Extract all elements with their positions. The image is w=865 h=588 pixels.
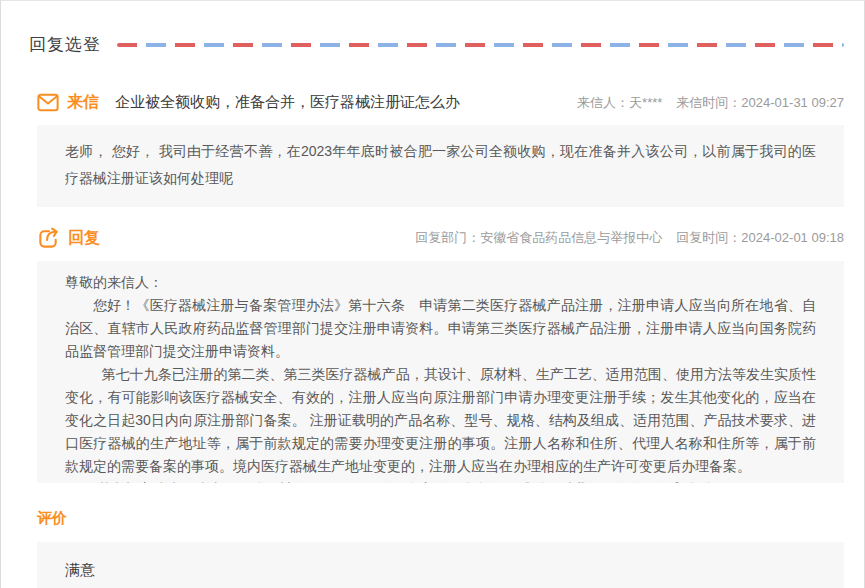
reply-content-box: 尊敬的来信人： 您好！《医疗器械注册与备案管理办法》第十六条 申请第二类医疗器械…	[37, 261, 844, 483]
envelope-icon	[37, 93, 59, 112]
reply-selection-panel: 回复选登 来信 企业被全额收购，准备合并，医疗器械注册证怎么办 来信人：天***…	[0, 0, 865, 588]
reply-paragraph: 若市场主体未发生变化（统一社会信用代码一致）参考第七十九条。感谢您对我们工作的理…	[65, 478, 816, 483]
decorative-dashed-line	[117, 43, 844, 47]
evaluation-content-box: 满意	[37, 542, 844, 588]
reply-department: 安徽省食品药品信息与举报中心	[480, 230, 662, 245]
reply-paragraph: 您好！《医疗器械注册与备案管理办法》第十六条 申请第二类医疗器械产品注册，注册申…	[65, 294, 816, 363]
letter-sender: 天****	[629, 95, 662, 110]
letter-meta: 来信人：天****来信时间：2024-01-31 09:27	[577, 94, 844, 112]
reply-share-icon	[37, 227, 60, 249]
reply-section: 回复 回复部门：安徽省食品药品信息与举报中心回复时间：2024-02-01 09…	[1, 227, 864, 483]
letter-content: 老师， 您好， 我司由于经营不善，在2023年年底时被合肥一家公司全额收购，现在…	[65, 138, 816, 192]
page-title: 回复选登	[29, 33, 101, 56]
reply-meta: 回复部门：安徽省食品药品信息与举报中心回复时间：2024-02-01 09:18	[415, 229, 844, 247]
evaluation-section-label: 评价	[37, 509, 67, 528]
evaluation-section: 评价 满意	[1, 509, 864, 588]
reply-time: 2024-02-01 09:18	[741, 230, 844, 245]
evaluation-value: 满意	[65, 561, 816, 580]
evaluation-section-header: 评价	[37, 509, 844, 528]
reply-section-header: 回复 回复部门：安徽省食品药品信息与举报中心回复时间：2024-02-01 09…	[37, 227, 844, 249]
letter-subject: 企业被全额收购，准备合并，医疗器械注册证怎么办	[115, 93, 460, 112]
reply-department-label: 回复部门：	[415, 230, 480, 245]
reply-paragraph: 第七十九条已注册的第二类、第三类医疗器械产品，其设计、原材料、生产工艺、适用范围…	[65, 363, 816, 478]
letter-section-header: 来信 企业被全额收购，准备合并，医疗器械注册证怎么办 来信人：天****来信时间…	[37, 92, 844, 113]
letter-time-label: 来信时间：	[676, 95, 741, 110]
letter-sender-label: 来信人：	[577, 95, 629, 110]
letter-section: 来信 企业被全额收购，准备合并，医疗器械注册证怎么办 来信人：天****来信时间…	[1, 92, 864, 207]
letter-content-box: 老师， 您好， 我司由于经营不善，在2023年年底时被合肥一家公司全额收购，现在…	[37, 125, 844, 207]
reply-section-label: 回复	[68, 228, 100, 249]
letter-section-label: 来信	[67, 92, 99, 113]
letter-time: 2024-01-31 09:27	[741, 95, 844, 110]
reply-time-label: 回复时间：	[676, 230, 741, 245]
reply-salutation: 尊敬的来信人：	[65, 271, 816, 294]
page-header: 回复选登	[1, 1, 864, 56]
